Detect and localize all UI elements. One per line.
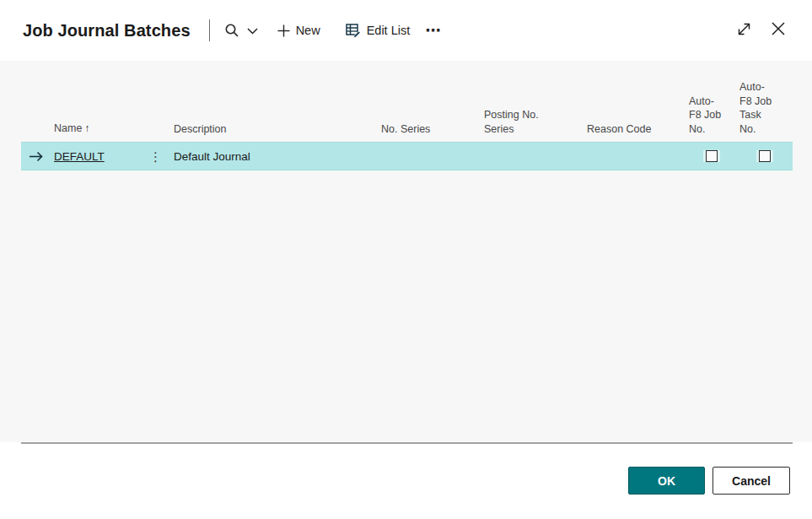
chevron-down-icon [247,27,258,35]
table-header-row: Name↑ Description No. Series Posting No.… [21,61,793,142]
column-header-name[interactable]: Name↑ [51,122,146,142]
job-journal-batches-table: Name↑ Description No. Series Posting No.… [21,61,793,170]
window-controls [734,0,788,61]
ok-button[interactable]: OK [628,467,705,495]
close-icon [770,20,787,41]
cancel-button[interactable]: Cancel [713,467,790,495]
column-header-posting-no-series[interactable]: Posting No. Series [481,108,584,142]
table-row[interactable]: DEFAULT ⋮ Default Journal [21,142,793,170]
edit-list-button[interactable]: Edit List [346,23,411,38]
close-button[interactable] [768,20,788,41]
column-header-description[interactable]: Description [171,122,379,143]
column-header-auto-f8-job-no[interactable]: Auto-F8 Job No. [686,95,737,143]
dialog-footer: OK Cancel [0,444,812,519]
sort-ascending-icon: ↑ [84,122,89,134]
dialog-header: Job Journal Batches N [0,0,812,61]
row-options-button[interactable]: ⋮ [146,150,171,163]
batch-name-link[interactable]: DEFAULT [54,150,105,163]
cell-auto-f8-job-no [686,150,737,162]
header-selection-column [21,136,51,142]
list-content-area: Name↑ Description No. Series Posting No.… [0,61,812,442]
expand-diagonal-icon [736,21,752,41]
edit-list-icon [346,23,361,38]
auto-f8-job-task-no-checkbox[interactable] [759,150,771,162]
selected-row-arrow-icon [21,151,51,162]
auto-f8-job-no-checkbox[interactable] [706,150,718,162]
cell-auto-f8-job-task-no [737,150,793,162]
search-button[interactable] [224,23,258,38]
header-dots-column [146,136,171,142]
more-options-button[interactable]: ⋯ [425,21,441,40]
cell-name: DEFAULT [51,150,146,163]
edit-list-button-label: Edit List [367,24,411,37]
page-title: Job Journal Batches [23,21,191,41]
column-header-reason-code[interactable]: Reason Code [584,122,686,143]
job-journal-batches-dialog: Job Journal Batches N [0,0,812,519]
cell-description[interactable]: Default Journal [171,150,379,163]
toolbar-divider [209,19,210,41]
column-header-no-series[interactable]: No. Series [379,122,481,143]
search-icon [224,23,239,38]
new-button-label: New [296,24,320,37]
column-header-auto-f8-job-task-no[interactable]: Auto-F8 Job Task No. [737,80,793,142]
new-button[interactable]: New [277,24,320,37]
expand-to-full-page-button[interactable] [734,20,754,41]
plus-icon [277,24,290,37]
